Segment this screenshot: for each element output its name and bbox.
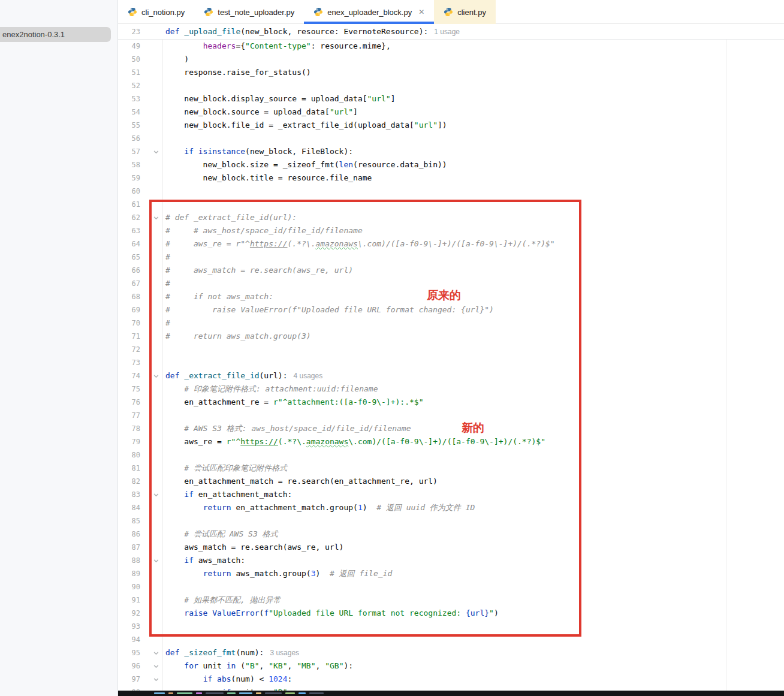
line-number[interactable]: 84 bbox=[118, 504, 143, 512]
line-number[interactable]: 91 bbox=[118, 596, 143, 604]
code-text[interactable]: if en_attachment_match: bbox=[165, 488, 784, 501]
line-number[interactable]: 87 bbox=[118, 543, 143, 552]
line-number[interactable]: 51 bbox=[118, 68, 143, 77]
line-number[interactable]: 90 bbox=[118, 583, 143, 591]
tab-close-icon[interactable]: ✕ bbox=[418, 8, 424, 16]
line-number[interactable]: 54 bbox=[118, 108, 143, 116]
code-text[interactable]: # bbox=[165, 251, 784, 264]
code-text[interactable]: aws_match = re.search(aws_re, url) bbox=[165, 541, 784, 554]
line-number[interactable]: 80 bbox=[118, 451, 143, 459]
line-number[interactable]: 61 bbox=[118, 200, 143, 209]
line-number[interactable]: 88 bbox=[118, 556, 143, 565]
code-text[interactable]: for unit in ("B", "KB", "MB", "GB"): bbox=[165, 659, 784, 673]
line-number[interactable]: 92 bbox=[118, 609, 143, 617]
code-text[interactable]: return en_attachment_match.group(1) # 返回… bbox=[165, 501, 784, 514]
code-text[interactable]: # 尝试匹配印象笔记附件格式 bbox=[165, 462, 784, 475]
line-number[interactable]: 76 bbox=[118, 398, 143, 406]
line-number[interactable]: 94 bbox=[118, 635, 143, 644]
tab-client-py[interactable]: client.py bbox=[434, 0, 496, 24]
line-number[interactable]: 74 bbox=[118, 372, 143, 380]
line-number[interactable]: 53 bbox=[118, 95, 143, 103]
code-text[interactable]: # return aws_match.group(3) bbox=[165, 330, 784, 343]
line-number[interactable]: 93 bbox=[118, 622, 143, 631]
fold-chevron-icon[interactable] bbox=[153, 492, 159, 498]
code-text[interactable]: aws_re = r"^https://(.*?\.amazonaws\.com… bbox=[165, 435, 784, 448]
code-text[interactable]: # bbox=[165, 317, 784, 330]
line-number[interactable]: 73 bbox=[118, 358, 143, 367]
code-text[interactable]: # aws_re = r"^https://(.*?\.amazonaws\.c… bbox=[165, 237, 784, 251]
code-text[interactable]: # bbox=[165, 277, 784, 290]
fold-chevron-icon[interactable] bbox=[153, 676, 159, 683]
line-number[interactable]: 52 bbox=[118, 82, 143, 90]
line-number[interactable]: 58 bbox=[118, 161, 143, 169]
code-text[interactable]: en_attachment_re = r"^attachment:([a-f0-… bbox=[165, 396, 784, 409]
line-number[interactable]: 77 bbox=[118, 411, 143, 420]
line-number[interactable]: 75 bbox=[118, 385, 143, 393]
line-number[interactable]: 55 bbox=[118, 121, 143, 129]
code-text[interactable]: new_block.display_source = upload_data["… bbox=[165, 92, 784, 106]
line-number[interactable]: 56 bbox=[118, 134, 143, 143]
code-text[interactable]: headers={"Content-type": resource.mime}, bbox=[165, 40, 784, 53]
line-number[interactable]: 62 bbox=[118, 213, 143, 222]
fold-chevron-icon[interactable] bbox=[153, 650, 159, 656]
line-number[interactable]: 64 bbox=[118, 240, 143, 248]
code-text[interactable]: # # aws_host/space_id/file_id/filename bbox=[165, 224, 784, 237]
line-number[interactable]: 71 bbox=[118, 332, 143, 341]
code-text[interactable]: # 印象笔记附件格式: attachment:uuid:filename bbox=[165, 382, 784, 396]
code-text[interactable]: # def _extract_file_id(url): bbox=[165, 211, 784, 224]
code-text[interactable]: # raise ValueError(f"Uploaded file URL f… bbox=[165, 303, 784, 317]
code-text[interactable]: ) bbox=[165, 53, 784, 66]
line-number[interactable]: 79 bbox=[118, 438, 143, 446]
code-text[interactable]: if isinstance(new_block, FileBlock): bbox=[165, 145, 784, 158]
line-number[interactable]: 67 bbox=[118, 279, 143, 288]
line-number[interactable]: 95 bbox=[118, 649, 143, 657]
line-number[interactable]: 49 bbox=[118, 42, 143, 50]
code-text[interactable]: new_block.source = upload_data["url"] bbox=[165, 106, 784, 119]
line-number[interactable]: 57 bbox=[118, 147, 143, 156]
line-number[interactable]: 85 bbox=[118, 517, 143, 525]
line-number[interactable]: 65 bbox=[118, 253, 143, 261]
line-number[interactable]: 81 bbox=[118, 464, 143, 472]
tab-cli_notion-py[interactable]: cli_notion.py bbox=[118, 0, 194, 24]
line-number[interactable]: 96 bbox=[118, 662, 143, 670]
fold-chevron-icon[interactable] bbox=[153, 663, 159, 670]
line-number[interactable]: 86 bbox=[118, 530, 143, 538]
line-number[interactable]: 82 bbox=[118, 477, 143, 486]
code-text[interactable]: def _extract_file_id(url):4 usages bbox=[165, 369, 784, 382]
line-number[interactable]: 68 bbox=[118, 293, 143, 301]
code-text[interactable]: raise ValueError(f"Uploaded file URL for… bbox=[165, 607, 784, 620]
line-number[interactable]: 60 bbox=[118, 187, 143, 195]
code-text[interactable]: if aws_match: bbox=[165, 554, 784, 567]
code-text[interactable]: # AWS S3 格式: aws_host/space_id/file_id/f… bbox=[165, 422, 784, 435]
sticky-code-text[interactable]: def _upload_file(new_block, resource: Ev… bbox=[165, 25, 784, 38]
line-number[interactable]: 89 bbox=[118, 570, 143, 578]
tab-enex_uploader_block-py[interactable]: enex_uploader_block.py✕ bbox=[304, 0, 434, 24]
code-text[interactable]: # 尝试匹配 AWS S3 格式 bbox=[165, 528, 784, 541]
code-text[interactable]: def _sizeof_fmt(num):3 usages bbox=[165, 646, 784, 659]
line-number[interactable]: 78 bbox=[118, 424, 143, 433]
tab-test_note_uploader-py[interactable]: test_note_uploader.py bbox=[194, 0, 304, 24]
code-text[interactable]: en_attachment_match = re.search(en_attac… bbox=[165, 475, 784, 488]
code-text[interactable]: new_block.title = resource.file_name bbox=[165, 171, 784, 185]
code-text[interactable]: # aws_match = re.search(aws_re, url) bbox=[165, 264, 784, 277]
line-number[interactable]: 66 bbox=[118, 266, 143, 275]
code-text[interactable]: response.raise_for_status() bbox=[165, 66, 784, 79]
fold-chevron-icon[interactable] bbox=[153, 149, 159, 155]
code-text[interactable]: return aws_match.group(3) # 返回 file_id bbox=[165, 567, 784, 580]
line-number[interactable]: 70 bbox=[118, 319, 143, 327]
code-text[interactable]: if abs(num) < 1024: bbox=[165, 673, 784, 686]
fold-chevron-icon[interactable] bbox=[153, 215, 159, 221]
line-number[interactable]: 97 bbox=[118, 675, 143, 683]
code-text[interactable]: new_block.file_id = _extract_file_id(upl… bbox=[165, 119, 784, 132]
code-text[interactable]: # 如果都不匹配, 抛出异常 bbox=[165, 593, 784, 607]
fold-chevron-icon[interactable] bbox=[153, 373, 159, 379]
sidebar-item-project-root[interactable]: enex2notion-0.3.1 bbox=[0, 27, 111, 42]
line-number[interactable]: 50 bbox=[118, 55, 143, 64]
code-text[interactable]: # if not aws_match: bbox=[165, 290, 784, 303]
line-number[interactable]: 69 bbox=[118, 306, 143, 314]
code-text[interactable]: new_block.size = _sizeof_fmt(len(resourc… bbox=[165, 158, 784, 171]
fold-chevron-icon[interactable] bbox=[153, 558, 159, 564]
line-number[interactable]: 72 bbox=[118, 345, 143, 354]
line-number[interactable]: 83 bbox=[118, 490, 143, 499]
line-number[interactable]: 63 bbox=[118, 227, 143, 235]
